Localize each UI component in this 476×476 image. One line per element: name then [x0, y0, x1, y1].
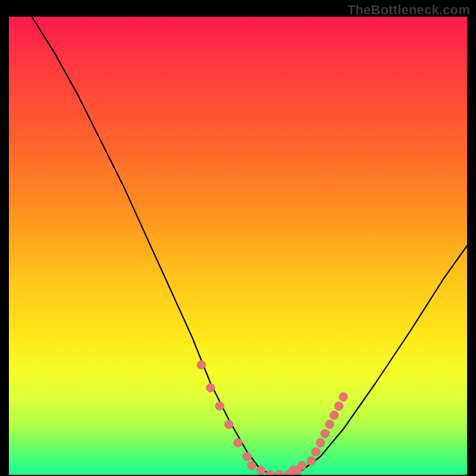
- curve-marker: [312, 447, 321, 456]
- curve-marker: [334, 402, 343, 411]
- curve-marker: [266, 471, 275, 475]
- curve-marker: [224, 420, 233, 429]
- curve-marker: [275, 471, 284, 475]
- marker-group: [197, 361, 347, 475]
- watermark-text: TheBottleneck.com: [347, 2, 470, 18]
- curve-marker: [298, 461, 306, 470]
- curve-marker: [197, 361, 206, 369]
- curve-marker: [316, 439, 325, 447]
- curve-marker: [256, 466, 265, 475]
- curve-marker: [243, 452, 252, 461]
- bottleneck-curve: [32, 17, 468, 475]
- curve-marker: [215, 402, 224, 411]
- curve-marker: [248, 461, 256, 470]
- chart-frame: TheBottleneck.com: [0, 0, 476, 476]
- curve-overlay: [9, 17, 467, 475]
- curve-marker: [321, 429, 330, 438]
- curve-marker: [234, 439, 243, 447]
- curve-marker: [206, 383, 215, 392]
- curve-marker: [330, 411, 339, 420]
- curve-marker: [325, 420, 334, 429]
- plot-area: [9, 17, 467, 475]
- curve-marker: [307, 457, 316, 466]
- curve-marker: [339, 393, 348, 402]
